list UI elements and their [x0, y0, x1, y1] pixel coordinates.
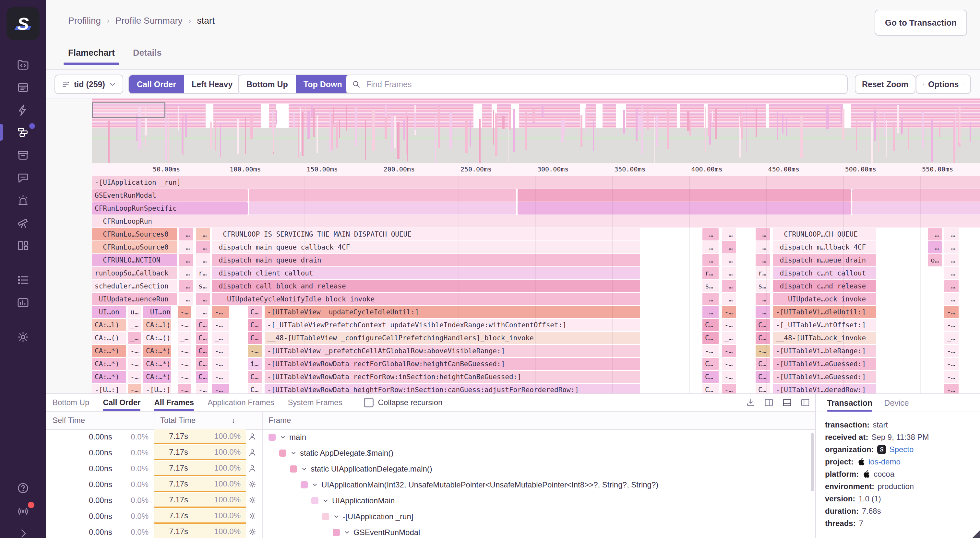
flame-frame[interactable]: CA:…()	[92, 332, 126, 344]
flame-frame[interactable]: C…	[702, 371, 719, 383]
flame-frame[interactable]: -…	[722, 384, 736, 394]
flame-frame[interactable]: C…	[702, 332, 719, 344]
flame-frame[interactable]: r…	[702, 267, 719, 279]
flame-frame[interactable]: CA:…*)	[92, 345, 126, 357]
table-row[interactable]: 0.00ns0.0%7.17s100.0%static AppDelegate.…	[46, 445, 815, 461]
flame-frame[interactable]: _…	[179, 228, 193, 240]
flame-frame[interactable]: -[UITableViewRowData heightForRow:inSect…	[265, 384, 640, 394]
download-icon[interactable]	[746, 398, 756, 407]
frame-tree-cell[interactable]: -[UIApplication _run]	[262, 508, 815, 524]
col-frame[interactable]: Frame	[262, 412, 392, 429]
flame-frame[interactable]: ___UIUpdateCycleNotifyIdle_block_invoke	[212, 293, 640, 305]
flame-frame[interactable]: u…	[128, 306, 141, 318]
find-frames-search[interactable]	[346, 75, 848, 94]
flame-frame[interactable]: CA:…*)	[143, 358, 171, 370]
flame-frame[interactable]: _…	[944, 332, 959, 344]
flame-frame[interactable]: r…	[756, 267, 770, 279]
sidebar-item-lightning[interactable]	[0, 99, 46, 121]
table-tab-application-frames[interactable]: Application Frames	[208, 394, 274, 411]
frame-tree-cell[interactable]: static UIApplicationDelegate.main()	[262, 461, 815, 477]
flame-frame[interactable]: -[UITableVi…dleUntil:]	[773, 306, 876, 318]
flamechart[interactable]: -[UIApplication _run]GSEventRunModalCFRu…	[92, 176, 980, 394]
flame-frame[interactable]: _…	[722, 254, 736, 267]
resize-handle[interactable]	[972, 530, 980, 538]
flame-frame[interactable]: CFRunLoopRunSpecific	[92, 202, 248, 214]
flame-frame[interactable]: _dispatch_client_callout	[212, 267, 640, 279]
flame-frame[interactable]: _…	[756, 293, 770, 305]
flame-frame[interactable]: _…	[702, 228, 719, 240]
sidebar-item-activity-list[interactable]	[0, 269, 46, 291]
tab-details[interactable]: Details	[133, 48, 162, 65]
options-dropdown[interactable]: Options	[916, 75, 971, 94]
flame-frame[interactable]: _…	[196, 293, 210, 305]
sort-arrow-icon[interactable]: ↓	[232, 412, 245, 429]
sentry-logo[interactable]: S	[6, 7, 40, 40]
flame-frame[interactable]: -…	[944, 319, 959, 331]
flame-frame[interactable]: C…	[196, 332, 208, 344]
collapse-recursion-checkbox[interactable]	[364, 398, 374, 407]
flame-frame[interactable]: i…	[248, 358, 262, 370]
layout-split-bottom-icon[interactable]	[782, 398, 792, 407]
flame-frame[interactable]: _…	[756, 306, 770, 318]
layout-split-left-icon[interactable]	[800, 398, 810, 407]
flame-frame[interactable]: C…	[248, 384, 262, 394]
call-order-button[interactable]: Call Order	[129, 75, 184, 93]
caret-down-icon[interactable]	[312, 482, 318, 488]
flame-frame[interactable]: _…	[196, 306, 208, 318]
flame-frame[interactable]: -…	[756, 345, 770, 357]
flame-frame[interactable]: _…	[944, 254, 959, 267]
flame-frame[interactable]: -…	[178, 345, 191, 357]
flame-frame[interactable]: CA:…()	[143, 332, 171, 344]
sidebar-item-folder-code[interactable]	[0, 54, 46, 76]
flame-frame[interactable]: _…	[928, 241, 942, 254]
flame-frame[interactable]: CA:…*)	[143, 345, 171, 357]
flame-frame[interactable]: _…	[722, 241, 736, 254]
flame-frame[interactable]: _…	[722, 293, 736, 305]
flame-frame[interactable]: -[_UITableViewPrefetchContext updateVisi…	[265, 319, 640, 331]
flame-frame[interactable]: C…	[756, 332, 770, 344]
flame-frame[interactable]: -…	[128, 345, 141, 357]
sidebar-item-issues-inbox[interactable]	[0, 76, 46, 98]
flame-frame[interactable]: -[UITableVi…eGuessed:]	[773, 371, 876, 383]
caret-down-icon[interactable]	[280, 434, 286, 440]
flame-frame[interactable]: __CFRunLoopRun	[92, 215, 980, 227]
flame-frame[interactable]: _…	[756, 241, 770, 254]
flame-frame[interactable]: C…	[248, 332, 262, 344]
tab-transaction[interactable]: Transaction	[827, 394, 872, 412]
tab-flamechart[interactable]: Flamechart	[68, 48, 115, 65]
flame-frame[interactable]: -…	[178, 319, 191, 331]
flame-frame[interactable]: -…	[722, 371, 736, 383]
flame-frame[interactable]: -…	[944, 384, 959, 394]
flame-frame[interactable]: -…	[178, 371, 191, 383]
flame-frame[interactable]: C…	[248, 319, 262, 331]
caret-down-icon[interactable]	[322, 497, 329, 504]
flame-frame[interactable]: -[UITableVi…deredRow:]	[773, 384, 876, 394]
sidebar-item-alerts-siren[interactable]	[0, 189, 46, 211]
flame-frame[interactable]: C…	[756, 319, 770, 331]
sidebar-item-help[interactable]	[0, 477, 46, 499]
table-row[interactable]: 0.00ns0.0%7.17s100.0%UIApplicationMain	[46, 493, 815, 508]
caret-down-icon[interactable]	[301, 466, 307, 472]
flame-frame[interactable]	[249, 189, 516, 202]
frame-tree-cell[interactable]: main	[262, 429, 815, 445]
flame-frame[interactable]: ___UIUpdate…ock_invoke	[773, 293, 876, 305]
sidebar-item-profiling[interactable]	[0, 121, 46, 143]
flame-frame[interactable]: CA:…l)	[92, 319, 126, 331]
flame-frame[interactable]: _…	[944, 293, 959, 305]
flame-frame[interactable]: C…	[196, 319, 208, 331]
caret-down-icon[interactable]	[344, 529, 350, 536]
bottom-up-button[interactable]: Bottom Up	[239, 75, 296, 93]
sidebar-item-discover-telescope[interactable]	[0, 212, 46, 234]
flame-frame[interactable]: _dispatch_c…nd_release	[773, 280, 876, 292]
table-row[interactable]: 0.00ns0.0%7.17s100.0%-[UIApplication _ru…	[46, 508, 815, 524]
flame-frame[interactable]: _dispatch_m…llback_4CF	[773, 241, 876, 254]
flame-frame[interactable]: _UI…on	[143, 306, 171, 318]
flame-frame[interactable]: -…	[248, 345, 262, 357]
sidebar-item-dashboards-grid[interactable]	[0, 235, 46, 257]
thread-select-dropdown[interactable]: tid (259)	[54, 75, 123, 94]
table-row[interactable]: 0.00ns0.0%7.17s100.0%UIApplicationMain(I…	[46, 477, 815, 493]
flame-frame[interactable]: -…	[944, 306, 959, 318]
flame-frame[interactable]: -…	[722, 358, 736, 370]
flame-frame[interactable]: _…	[179, 267, 193, 279]
flame-frame[interactable]: -…	[128, 358, 141, 370]
